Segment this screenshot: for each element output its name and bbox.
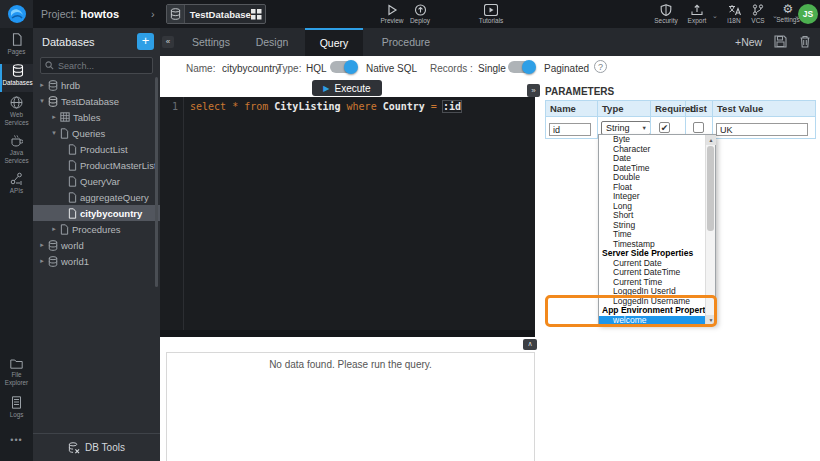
sidebar-item-file-explorer[interactable]: File Explorer <box>0 358 33 394</box>
tree-item-procedures[interactable]: ▸ Procedures <box>33 221 160 237</box>
help-icon[interactable]: ? <box>594 60 607 73</box>
logs-icon <box>11 396 22 409</box>
sidebar-item-label: Pages <box>8 48 26 56</box>
type-dropdown-items: Byte Character Date DateTime Double Floa… <box>599 135 707 325</box>
column-header-required: Required <box>651 101 686 117</box>
security-label: Security <box>654 17 677 24</box>
tree-item-world[interactable]: ▸ world <box>33 237 160 253</box>
sidebar-item-apis[interactable]: APIs <box>0 172 33 202</box>
column-header-list: List <box>686 101 713 117</box>
scroll-up-icon[interactable]: ▲ <box>706 135 716 145</box>
db-tools-button[interactable]: DB Tools <box>33 433 160 461</box>
save-icon[interactable] <box>774 35 787 48</box>
file-icon <box>68 176 77 187</box>
column-header-type: Type <box>598 101 651 117</box>
branch-icon <box>752 4 764 16</box>
tree-scrollbar[interactable] <box>155 77 158 287</box>
tree-item-testdatabase[interactable]: ▾ TestDatabase <box>33 93 160 109</box>
tree-item-label: ProductList <box>80 144 128 155</box>
export-button[interactable]: Export <box>678 2 716 27</box>
tab-design[interactable]: Design <box>247 28 297 56</box>
scroll-down-icon[interactable]: ▼ <box>706 315 716 325</box>
chevron-right-icon[interactable]: ▸ <box>50 225 58 233</box>
toggle-knob <box>344 60 358 74</box>
search-input[interactable] <box>58 61 148 71</box>
sidebar-item-logs[interactable]: Logs <box>0 396 33 424</box>
sidebar-item-pages[interactable]: Pages <box>0 33 33 61</box>
grid-menu-icon[interactable] <box>251 9 265 20</box>
required-checkbox-checked[interactable]: ✔ <box>659 122 670 133</box>
project-label: Project: <box>41 8 77 20</box>
type-option-native-sql[interactable]: Native SQL <box>366 62 417 76</box>
database-icon <box>48 256 58 267</box>
deploy-label: Deploy <box>410 17 430 24</box>
add-database-button[interactable]: + <box>137 33 154 50</box>
type-dropdown-list: Byte Character Date DateTime Double Floa… <box>598 134 716 324</box>
editor-horizontal-scrollbar[interactable] <box>160 330 535 337</box>
tree-item-label: world <box>61 240 84 251</box>
records-option-paginated[interactable]: Paginated <box>544 62 589 76</box>
tree-item-label: QueryVar <box>80 176 120 187</box>
tree-item-tables[interactable]: ▸ Tables <box>33 109 160 125</box>
tree-item-queryvar[interactable]: QueryVar <box>33 173 160 189</box>
tree-item-hrdb[interactable]: ▸ hrdb <box>33 77 160 93</box>
cloud-upload-icon <box>414 4 427 16</box>
column-header-name: Name <box>546 101 598 117</box>
sidebar-item-databases[interactable]: Databases <box>0 64 33 92</box>
dropdown-option-welcome-selected[interactable]: welcome <box>599 316 707 326</box>
sql-keyword: select <box>190 101 232 112</box>
more-options-icon[interactable]: ••• <box>0 435 33 445</box>
chevron-down-icon[interactable]: ▾ <box>38 97 46 105</box>
param-type-select[interactable]: String ▼ <box>601 121 651 135</box>
sql-column-name: Country <box>383 101 431 112</box>
dropdown-scrollbar-thumb[interactable] <box>707 146 714 231</box>
tutorials-button[interactable]: Tutorials <box>468 2 514 27</box>
type-option-hql[interactable]: HQL <box>306 62 327 76</box>
tree-item-queries[interactable]: ▾ Queries <box>33 125 160 141</box>
tree-item-world1[interactable]: ▸ world1 <box>33 253 160 269</box>
collapse-panel-button[interactable]: « <box>162 36 174 48</box>
entity-tab-testdatabase[interactable]: TestDatabase <box>166 4 266 24</box>
query-name-value: citybycountry <box>222 62 280 76</box>
chevron-right-icon[interactable]: ▸ <box>50 113 58 121</box>
sidebar-item-java-services[interactable]: Java Services <box>0 134 33 170</box>
coffee-icon <box>10 134 23 147</box>
collapse-editor-button[interactable]: ∧ <box>523 339 537 350</box>
tree-item-productlist[interactable]: ProductList <box>33 141 160 157</box>
param-name-input[interactable] <box>549 123 591 136</box>
list-checkbox-unchecked[interactable] <box>693 122 704 133</box>
execute-button[interactable]: ▶ Execute <box>312 80 382 96</box>
chevron-down-icon[interactable]: ▾ <box>50 129 58 137</box>
tab-query-active[interactable]: Query <box>305 28 363 56</box>
expand-parameters-button[interactable]: » <box>527 84 540 97</box>
tab-procedure[interactable]: Procedure <box>371 28 441 56</box>
left-icon-sidebar: Pages Databases Web Services Java Servic… <box>0 28 33 461</box>
tree-item-citybycountry-selected[interactable]: citybycountry <box>33 205 160 221</box>
tree-item-productmasterlist[interactable]: ProductMasterList <box>33 157 160 173</box>
play-icon: ▶ <box>323 84 329 93</box>
sidebar-item-web-services[interactable]: Web Services <box>0 96 33 132</box>
globe-icon <box>10 96 23 109</box>
new-query-button[interactable]: +New <box>735 28 762 56</box>
file-icon <box>68 160 77 171</box>
i18n-label: i18N <box>727 17 740 24</box>
dropdown-scrollbar[interactable]: ▲ ▼ <box>705 135 715 325</box>
tree-item-aggregatequery[interactable]: aggregateQuery <box>33 189 160 205</box>
deploy-button[interactable]: Deploy <box>400 2 440 27</box>
chevron-right-icon[interactable]: ▸ <box>38 257 46 265</box>
sidebar-item-label: Logs <box>10 411 24 419</box>
records-toggle[interactable] <box>508 61 534 73</box>
user-avatar[interactable]: JS <box>798 4 818 24</box>
delete-icon[interactable] <box>799 35 811 48</box>
no-data-message: No data found. Please run the query. <box>167 359 534 370</box>
search-box[interactable] <box>40 57 153 74</box>
chevron-right-icon[interactable]: ▸ <box>38 241 46 249</box>
type-toggle[interactable] <box>330 61 356 73</box>
param-test-value-input[interactable] <box>716 123 808 136</box>
records-option-single[interactable]: Single <box>478 62 506 76</box>
sql-code-editor[interactable]: 1 select * from CityListing where Countr… <box>160 97 535 337</box>
tree-item-label: hrdb <box>61 80 80 91</box>
app-logo[interactable] <box>0 0 33 28</box>
chevron-right-icon[interactable]: ▸ <box>38 81 46 89</box>
tab-settings[interactable]: Settings <box>183 28 239 56</box>
